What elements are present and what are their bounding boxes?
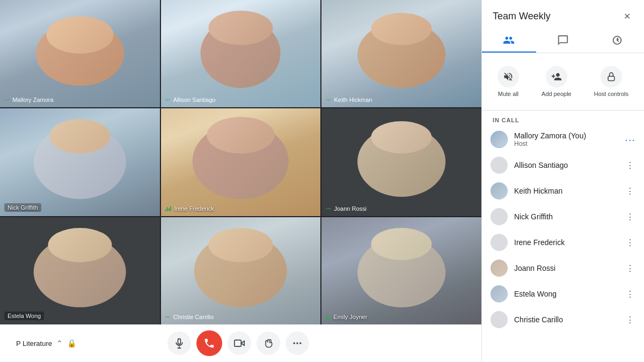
mute-all-button[interactable]: Mute all xyxy=(491,62,525,101)
host-controls-button[interactable]: Host controls xyxy=(588,62,635,101)
video-feed-5 xyxy=(161,108,321,216)
video-area: Mallory Zamora Allison Santiago Keith Hi… xyxy=(0,0,481,362)
video-feed-9 xyxy=(321,217,481,324)
video-cell-7[interactable]: Estela Wong xyxy=(0,217,160,324)
participant-role-1: Host xyxy=(514,140,625,147)
meeting-info: P Literature ⌃ 🔒 xyxy=(16,339,76,348)
more-options-button[interactable] xyxy=(286,331,309,355)
participant-item-2[interactable]: Allison Santiago ⋮ xyxy=(482,152,644,178)
in-call-label: IN CALL xyxy=(482,110,644,127)
participant-item-1[interactable]: Mallory Zamora (You) Host ··· xyxy=(482,127,644,152)
participant-name-7: Estela Wong xyxy=(514,290,623,298)
name-label-3: Keith Hickman xyxy=(326,97,372,103)
participant-menu-8[interactable]: ⋮ xyxy=(623,312,638,327)
avatar-allison xyxy=(491,157,508,174)
participant-menu-4[interactable]: ⋮ xyxy=(623,209,638,224)
end-call-button[interactable] xyxy=(196,330,222,356)
sidebar-tabs xyxy=(482,29,644,53)
mute-all-label: Mute all xyxy=(498,91,519,97)
video-grid: Mallory Zamora Allison Santiago Keith Hi… xyxy=(0,0,481,324)
name-label-6: Joann Rossi xyxy=(326,205,367,212)
video-feed-2 xyxy=(161,0,321,107)
meeting-name-display: P Literature xyxy=(16,339,52,348)
svg-point-6 xyxy=(300,342,302,344)
participant-menu-2[interactable]: ⋮ xyxy=(623,158,638,173)
name-label-7: Estela Wong xyxy=(4,312,44,320)
participant-info-2: Allison Santiago xyxy=(514,161,623,169)
sidebar-header: Team Weekly ✕ xyxy=(482,0,644,25)
participant-name-4: Nick Griffith xyxy=(514,212,623,221)
add-people-icon xyxy=(546,66,567,87)
name-label-8: Christie Carrillo xyxy=(165,314,214,320)
sidebar-close-button[interactable]: ✕ xyxy=(618,8,635,25)
mute-all-icon xyxy=(497,66,519,87)
participant-name-2: Allison Santiago xyxy=(514,161,623,169)
host-controls-icon xyxy=(601,66,622,87)
svg-point-4 xyxy=(294,342,295,344)
participant-item-4[interactable]: Nick Griffith ⋮ xyxy=(482,204,644,230)
speaking-indicator-9: Emily Joyner xyxy=(326,314,367,320)
video-cell-5[interactable]: Irene Frederick xyxy=(161,108,321,216)
chevron-up-icon[interactable]: ⌃ xyxy=(56,339,63,348)
participant-info-4: Nick Griffith xyxy=(514,212,623,221)
video-cell-4[interactable]: Nick Griffith xyxy=(0,108,160,216)
participant-info-1: Mallory Zamora (You) Host xyxy=(514,131,625,147)
name-label-1: Mallory Zamora xyxy=(4,97,54,103)
video-feed-6 xyxy=(321,108,481,216)
host-controls-label: Host controls xyxy=(594,91,628,97)
video-feed-1 xyxy=(0,0,160,107)
tab-chat[interactable] xyxy=(536,29,590,53)
participant-name-3: Keith Hickman xyxy=(514,187,623,195)
video-cell-1[interactable]: Mallory Zamora xyxy=(0,0,160,107)
video-feed-4 xyxy=(0,108,160,216)
participant-info-6: Joann Rossi xyxy=(514,264,623,272)
participant-info-5: Irene Frederick xyxy=(514,238,623,247)
tab-people[interactable] xyxy=(482,29,536,53)
mic-button[interactable] xyxy=(167,331,191,355)
svg-rect-7 xyxy=(608,76,614,80)
avatar-joann xyxy=(491,260,508,277)
participant-item-8[interactable]: Christie Carillo ⋮ xyxy=(482,307,644,333)
name-label-2: Allison Santiago xyxy=(165,97,216,103)
participant-item-3[interactable]: Keith Hickman ⋮ xyxy=(482,178,644,204)
participant-list: Mallory Zamora (You) Host ··· Allison Sa… xyxy=(482,127,644,362)
participant-item-6[interactable]: Joann Rossi ⋮ xyxy=(482,255,644,281)
participant-info-7: Estela Wong xyxy=(514,290,623,298)
participant-name-6: Joann Rossi xyxy=(514,264,623,272)
avatar-mallory xyxy=(491,131,508,148)
svg-rect-0 xyxy=(178,339,181,344)
camera-button[interactable] xyxy=(228,331,251,355)
name-label-4: Nick Griffith xyxy=(4,203,41,212)
add-people-button[interactable]: Add people xyxy=(535,62,578,101)
video-feed-8 xyxy=(161,217,321,324)
add-people-label: Add people xyxy=(541,91,572,97)
avatar-christie xyxy=(491,311,508,328)
participant-item-7[interactable]: Estela Wong ⋮ xyxy=(482,281,644,307)
video-cell-9[interactable]: Emily Joyner xyxy=(321,217,481,324)
raise-hand-button[interactable] xyxy=(257,331,280,355)
sidebar-title: Team Weekly xyxy=(493,11,551,22)
avatar-keith xyxy=(491,182,508,200)
tab-activities[interactable] xyxy=(590,29,644,53)
svg-rect-3 xyxy=(235,340,241,346)
video-cell-3[interactable]: Keith Hickman xyxy=(321,0,481,107)
video-feed-7 xyxy=(0,217,160,324)
video-cell-6[interactable]: Joann Rossi xyxy=(321,108,481,216)
avatar-estela xyxy=(491,285,508,302)
close-icon: ✕ xyxy=(624,11,631,21)
participant-menu-6[interactable]: ⋮ xyxy=(623,261,638,276)
participant-item-5[interactable]: Irene Frederick ⋮ xyxy=(482,230,644,255)
participant-menu-7[interactable]: ⋮ xyxy=(623,286,638,301)
speaking-indicator-5: Irene Frederick xyxy=(165,205,214,212)
sidebar-panel: Team Weekly ✕ xyxy=(481,0,644,362)
video-feed-3 xyxy=(321,0,481,107)
call-controls xyxy=(167,330,309,356)
bottom-toolbar: P Literature ⌃ 🔒 xyxy=(0,324,481,362)
participant-menu-3[interactable]: ⋮ xyxy=(623,183,638,198)
svg-point-5 xyxy=(297,342,298,344)
video-cell-2[interactable]: Allison Santiago xyxy=(161,0,321,107)
video-cell-8[interactable]: Christie Carrillo xyxy=(161,217,321,324)
participant-info-8: Christie Carillo xyxy=(514,315,623,324)
avatar-nick xyxy=(491,208,508,225)
participant-menu-5[interactable]: ⋮ xyxy=(623,235,638,250)
